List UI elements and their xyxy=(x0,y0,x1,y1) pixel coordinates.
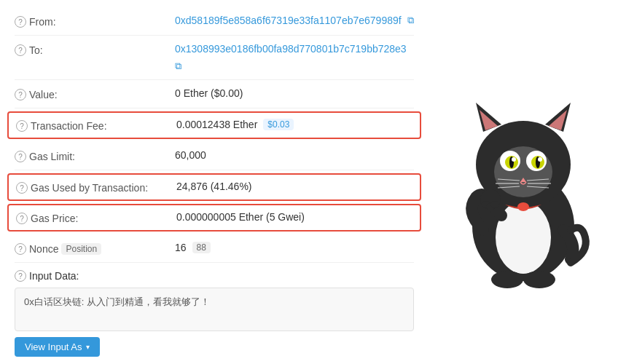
gas-limit-row: ? Gas Limit: 60,000 xyxy=(15,142,414,170)
cat-svg xyxy=(443,84,603,288)
transaction-fee-badge: $0.03 xyxy=(263,119,294,130)
from-copy-icon[interactable]: ⧉ xyxy=(407,15,414,26)
gas-price-label-col: ? Gas Price: xyxy=(16,211,176,224)
to-help-icon[interactable]: ? xyxy=(15,44,26,56)
gas-limit-amount: 60,000 xyxy=(175,149,206,161)
right-panel xyxy=(429,7,618,364)
gas-limit-label-col: ? Gas Limit: xyxy=(15,149,175,162)
svg-point-28 xyxy=(491,271,523,288)
gas-used-value-col: 24,876 (41.46%) xyxy=(176,181,412,192)
input-data-row: ? Input Data: 0x白话区块链: 从入门到精通，看我就够了！ Vie… xyxy=(15,263,414,364)
svg-point-29 xyxy=(523,271,555,288)
input-data-label: Input Data: xyxy=(29,270,79,282)
gas-limit-value-col: 60,000 xyxy=(175,149,414,161)
value-value-col: 0 Ether ($0.00) xyxy=(175,87,414,99)
nonce-help-icon[interactable]: ? xyxy=(15,243,26,255)
svg-point-23 xyxy=(517,202,529,211)
transaction-fee-value-col: 0.00012438 Ether $0.03 xyxy=(176,119,412,130)
gas-used-amount: 24,876 (41.46%) xyxy=(176,181,252,192)
left-panel: ? From: 0xd58189f5e858a6f67319e33fa1107e… xyxy=(0,7,429,364)
cat-illustration xyxy=(443,84,603,288)
to-copy-icon[interactable]: ⧉ xyxy=(175,60,181,72)
svg-point-15 xyxy=(538,157,542,162)
nonce-value-col: 16 88 xyxy=(175,242,414,253)
gas-limit-label: Gas Limit: xyxy=(29,151,75,162)
from-value-col: 0xd58189f5e858a6f67319e33fa1107eb7e67998… xyxy=(175,15,414,26)
gas-used-help-icon[interactable]: ? xyxy=(16,182,28,194)
svg-point-14 xyxy=(512,157,516,162)
chevron-down-icon: ▾ xyxy=(86,343,90,351)
from-label: From: xyxy=(29,16,56,28)
gas-price-amount: 0.000000005 Ether (5 Gwei) xyxy=(176,211,305,223)
from-help-icon[interactable]: ? xyxy=(15,16,26,28)
nonce-label-col: ? Nonce Position xyxy=(15,242,175,255)
nonce-label: Nonce xyxy=(29,243,58,255)
view-input-button[interactable]: View Input As ▾ xyxy=(15,337,100,357)
transaction-fee-label: Transaction Fee: xyxy=(31,120,107,132)
from-address-link[interactable]: 0xd58189f5e858a6f67319e33fa1107eb7e67998… xyxy=(175,15,402,26)
transaction-fee-label-col: ? Transaction Fee: xyxy=(16,119,176,132)
nonce-position-badge: Position xyxy=(61,243,101,255)
svg-point-27 xyxy=(490,201,499,208)
gas-price-row: ? Gas Price: 0.000000005 Ether (5 Gwei) xyxy=(7,204,421,232)
gas-used-row: ? Gas Used by Transaction: 24,876 (41.46… xyxy=(7,173,421,201)
nonce-value2-badge: 88 xyxy=(192,242,211,253)
to-label: To: xyxy=(29,44,43,56)
value-label: Value: xyxy=(29,89,58,100)
nonce-row: ? Nonce Position 16 88 xyxy=(15,234,414,263)
to-label-col: ? To: xyxy=(15,43,175,56)
gas-price-value-col: 0.000000005 Ether (5 Gwei) xyxy=(176,211,412,223)
view-input-button-label: View Input As xyxy=(25,341,82,352)
value-row: ? Value: 0 Ether ($0.00) xyxy=(15,80,414,108)
transaction-detail-container: ? From: 0xd58189f5e858a6f67319e33fa1107e… xyxy=(0,0,618,364)
transaction-fee-row: ? Transaction Fee: 0.00012438 Ether $0.0… xyxy=(7,111,421,139)
input-data-label-row: ? Input Data: xyxy=(15,270,79,282)
value-help-icon[interactable]: ? xyxy=(15,89,26,100)
input-data-help-icon[interactable]: ? xyxy=(15,270,26,282)
value-label-col: ? Value: xyxy=(15,87,175,100)
from-label-col: ? From: xyxy=(15,15,175,28)
gas-used-label: Gas Used by Transaction: xyxy=(31,182,148,194)
input-data-value: 0x白话区块链: 从入门到精通，看我就够了！ xyxy=(15,288,414,331)
gas-price-help-icon[interactable]: ? xyxy=(16,213,28,224)
to-value-col: 0x1308993e0186fb00fa98d770801b7c719bb728… xyxy=(175,43,414,72)
nonce-value1: 16 xyxy=(175,242,187,253)
value-amount: 0 Ether ($0.00) xyxy=(175,87,243,99)
gas-limit-help-icon[interactable]: ? xyxy=(15,151,26,162)
gas-price-label: Gas Price: xyxy=(31,213,78,224)
from-row: ? From: 0xd58189f5e858a6f67319e33fa1107e… xyxy=(15,7,414,36)
to-row: ? To: 0x1308993e0186fb00fa98d770801b7c71… xyxy=(15,36,414,80)
gas-used-label-col: ? Gas Used by Transaction: xyxy=(16,181,176,194)
to-address-link[interactable]: 0x1308993e0186fb00fa98d770801b7c719bb728… xyxy=(175,43,407,55)
transaction-fee-help-icon[interactable]: ? xyxy=(16,120,28,132)
transaction-fee-amount: 0.00012438 Ether xyxy=(176,119,257,130)
